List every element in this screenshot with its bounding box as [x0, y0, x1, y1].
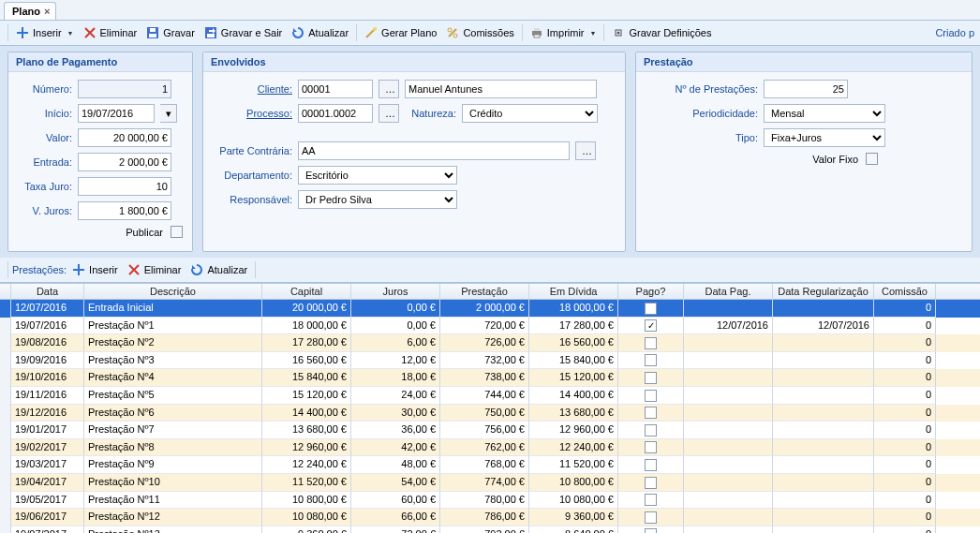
cell-desc: Prestação Nº5	[84, 387, 262, 405]
pago-checkbox[interactable]	[645, 494, 657, 506]
table-row[interactable]: 19/12/2016Prestação Nº614 400,00 €30,00 …	[0, 405, 980, 422]
cell-comissao: 0	[874, 300, 936, 318]
cell-data: 19/07/2016	[11, 318, 84, 335]
sec-inserir-button[interactable]: Inserir	[68, 261, 122, 278]
inicio-field[interactable]	[78, 104, 155, 123]
tab-plano[interactable]: Plano ×	[4, 2, 56, 20]
pago-checkbox[interactable]	[645, 441, 657, 453]
col-comissao[interactable]: Comissão	[874, 284, 936, 299]
cell-prestacao: 750,00 €	[440, 405, 529, 422]
cell-pago	[618, 352, 684, 370]
cell-datapag	[684, 439, 773, 457]
table-row[interactable]: 12/07/2016Entrada Inicial20 000,00 €0,00…	[0, 300, 980, 318]
table-row[interactable]: 19/04/2017Prestação Nº1011 520,00 €54,00…	[0, 474, 980, 492]
table-row[interactable]: 19/08/2016Prestação Nº217 280,00 €6,00 €…	[0, 334, 980, 352]
table-row[interactable]: 19/07/2017Prestação Nº139 360,00 €72,00 …	[0, 526, 980, 533]
tab-close-icon[interactable]: ×	[44, 6, 50, 17]
pago-checkbox[interactable]	[645, 372, 657, 384]
imprimir-button[interactable]: Imprimir ▼	[527, 24, 601, 41]
col-capital[interactable]: Capital	[262, 284, 351, 299]
col-descricao[interactable]: Descrição	[84, 284, 262, 299]
cell-datareg	[773, 387, 874, 405]
vjuros-field[interactable]	[78, 201, 171, 220]
col-prestacao[interactable]: Prestação	[440, 284, 529, 299]
table-row[interactable]: 19/07/2016Prestação Nº118 000,00 €0,00 €…	[0, 318, 980, 335]
calendar-icon[interactable]: ▾	[160, 104, 177, 123]
cell-datapag	[684, 422, 773, 439]
parte-lookup-button[interactable]: …	[575, 141, 596, 160]
form-area: Plano de Pagamento Número: Início: ▾ Val…	[0, 46, 980, 258]
pago-checkbox[interactable]	[645, 337, 657, 349]
taxa-field[interactable]	[78, 177, 171, 196]
table-row[interactable]: 19/03/2017Prestação Nº912 240,00 €48,00 …	[0, 456, 980, 474]
pago-checkbox[interactable]	[645, 477, 657, 489]
cliente-nome-field[interactable]	[405, 80, 597, 98]
pago-checkbox[interactable]	[645, 303, 657, 315]
cliente-label[interactable]: Cliente:	[213, 83, 292, 95]
cell-capital: 16 560,00 €	[262, 352, 351, 370]
gerar-plano-button[interactable]: Gerar Plano	[361, 24, 440, 41]
col-datapag[interactable]: Data Pag.	[684, 284, 773, 299]
atualizar-button[interactable]: Atualizar	[288, 24, 352, 41]
pago-checkbox[interactable]	[645, 528, 657, 533]
processo-lookup-button[interactable]: …	[379, 104, 399, 123]
numero-field[interactable]	[78, 80, 171, 98]
x-icon	[127, 263, 141, 276]
processo-cod-field[interactable]	[298, 104, 373, 123]
col-emdivida[interactable]: Em Dívida	[529, 284, 618, 299]
gravar-button[interactable]: Gravar	[142, 24, 199, 41]
cliente-lookup-button[interactable]: …	[379, 80, 399, 98]
pago-checkbox[interactable]	[645, 407, 657, 419]
parte-field[interactable]	[298, 141, 570, 160]
col-pago[interactable]: Pago?	[618, 284, 684, 299]
cell-emdivida: 9 360,00 €	[529, 509, 618, 526]
nprest-field[interactable]	[764, 80, 848, 98]
comissoes-button[interactable]: Comissões	[442, 24, 517, 41]
cell-datareg	[773, 509, 874, 526]
table-row[interactable]: 19/01/2017Prestação Nº713 680,00 €36,00 …	[0, 422, 980, 439]
cell-pago	[618, 439, 684, 457]
natureza-select[interactable]: Crédito	[462, 104, 598, 123]
table-row[interactable]: 19/05/2017Prestação Nº1110 800,00 €60,00…	[0, 492, 980, 510]
entrada-field[interactable]	[78, 153, 171, 171]
table-row[interactable]: 19/10/2016Prestação Nº415 840,00 €18,00 …	[0, 369, 980, 387]
cell-emdivida: 11 520,00 €	[529, 456, 618, 474]
main-toolbar: Inserir ▼ Eliminar Gravar Gravar e Sair …	[0, 21, 980, 46]
valor-field[interactable]	[78, 128, 171, 147]
col-juros[interactable]: Juros	[351, 284, 440, 299]
table-row[interactable]: 19/02/2017Prestação Nº812 960,00 €42,00 …	[0, 439, 980, 457]
pago-checkbox[interactable]	[645, 511, 657, 524]
period-select[interactable]: Mensal	[764, 104, 885, 123]
sec-atualizar-button[interactable]: Atualizar	[186, 261, 251, 278]
table-row[interactable]: 19/11/2016Prestação Nº515 120,00 €24,00 …	[0, 387, 980, 405]
tipo-label: Tipo:	[646, 132, 758, 143]
resp-select[interactable]: Dr Pedro Silva	[298, 190, 457, 209]
pago-checkbox[interactable]	[645, 354, 657, 366]
pago-checkbox[interactable]	[645, 424, 657, 437]
gravar-definicoes-button[interactable]: Gravar Definições	[608, 24, 715, 41]
eliminar-button[interactable]: Eliminar	[80, 24, 141, 41]
cell-emdivida: 10 800,00 €	[529, 474, 618, 492]
cell-data: 19/01/2017	[11, 422, 84, 439]
cell-emdivida: 17 280,00 €	[529, 318, 618, 335]
sec-eliminar-button[interactable]: Eliminar	[124, 261, 186, 278]
valorfixo-checkbox[interactable]	[866, 153, 878, 165]
gravar-sair-label: Gravar e Sair	[221, 27, 282, 38]
dept-select[interactable]: Escritório	[298, 166, 457, 185]
processo-label[interactable]: Processo:	[213, 108, 292, 119]
svg-rect-9	[534, 28, 540, 31]
cell-pago	[618, 474, 684, 492]
gravar-sair-button[interactable]: Gravar e Sair	[200, 24, 286, 41]
cliente-cod-field[interactable]	[298, 80, 373, 98]
pago-checkbox[interactable]	[645, 390, 657, 402]
publicar-checkbox[interactable]	[171, 226, 183, 238]
table-row[interactable]: 19/09/2016Prestação Nº316 560,00 €12,00 …	[0, 352, 980, 370]
tipo-select[interactable]: Fixa+Juros	[764, 128, 885, 147]
table-row[interactable]: 19/06/2017Prestação Nº1210 080,00 €66,00…	[0, 509, 980, 526]
col-data[interactable]: Data	[11, 284, 84, 299]
inserir-button[interactable]: Inserir ▼	[12, 24, 78, 41]
cell-juros: 0,00 €	[351, 300, 440, 318]
pago-checkbox[interactable]	[645, 459, 657, 471]
col-datareg[interactable]: Data Regularização	[773, 284, 874, 299]
pago-checkbox[interactable]	[645, 319, 657, 332]
